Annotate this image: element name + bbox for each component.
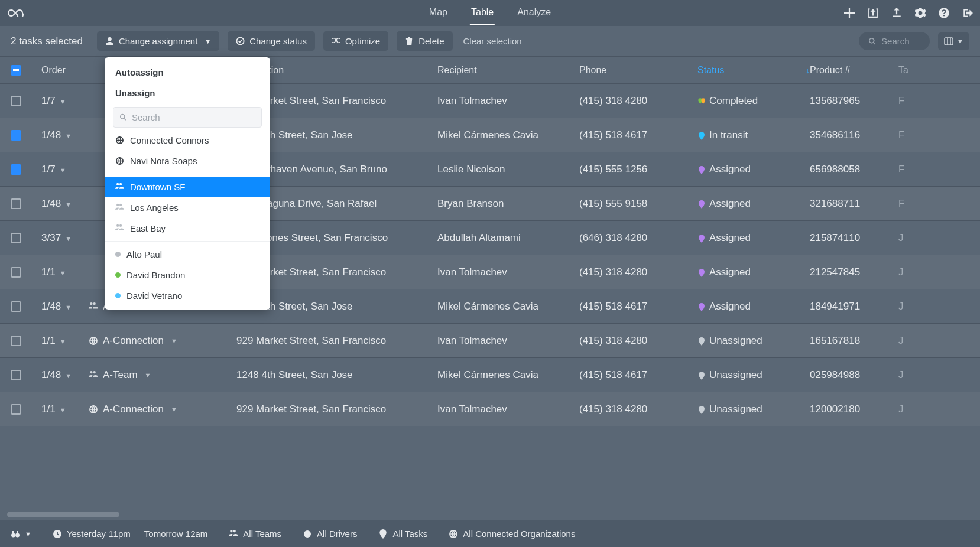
cell-order[interactable]: 1/1 ▼ [41,335,89,347]
dropdown-team-label: East Bay [130,223,166,233]
tab-map[interactable]: Map [428,1,449,25]
cell-assignment[interactable]: A-Team ▼ [89,369,236,381]
cell-order[interactable]: 3/37 ▼ [41,232,89,244]
columns-button[interactable]: ▼ [938,32,969,50]
settings-icon[interactable] [915,8,926,18]
dropdown-driver-item[interactable]: David Vetrano [105,285,270,306]
row-checkbox[interactable] [11,370,21,380]
cell-order[interactable]: 1/1 ▼ [41,403,89,415]
table-row[interactable]: 1/1 ▼A-Connection ▼929 Market Street, Sa… [0,324,980,358]
dropdown-team-item[interactable]: Los Angeles [105,197,270,218]
col-truncated[interactable]: Ta [898,65,922,76]
status-pin-icon [697,97,706,105]
row-checkbox[interactable] [11,404,21,415]
optimize-button[interactable]: Optimize [323,31,388,51]
dropdown-team-item[interactable]: East Bay [105,218,270,239]
cell-order[interactable]: 1/48 ▼ [41,301,89,312]
col-order[interactable]: Order [41,65,89,76]
cell-status: Unassigned [697,369,810,381]
row-checkbox[interactable] [11,336,21,346]
cell-phone: (415) 518 4617 [579,369,697,381]
dropdown-driver-item[interactable]: Alto Paul [105,244,270,265]
cell-product: 120002180 [810,403,898,415]
change-assignment-button[interactable]: Change assignment ▼ [97,31,219,51]
drivers-filter[interactable]: All Drivers [303,529,357,539]
search-icon [868,37,877,45]
dropdown-team-label: Los Angeles [130,203,179,213]
tab-table[interactable]: Table [470,1,495,25]
dropdown-team-item[interactable]: Downtown SF [105,177,270,197]
team-icon [115,224,124,233]
caret-down-icon: ▼ [205,38,211,45]
app-topbar: Map Table Analyze [0,0,980,26]
row-checkbox[interactable] [11,301,21,312]
search-input[interactable]: Search [859,32,930,50]
view-toggle[interactable]: ▼ [11,529,31,539]
cell-product: 025984988 [810,369,898,381]
clear-selection-link[interactable]: Clear selection [463,36,522,46]
dropdown-search[interactable]: Search [113,107,262,128]
dropdown-unassign[interactable]: Unassign [105,83,270,103]
col-status-label: Status [697,65,724,76]
orgs-filter[interactable]: All Connected Organizations [449,529,575,539]
cell-order[interactable]: 1/48 ▼ [41,129,89,141]
cell-order[interactable]: 1/7 ▼ [41,95,89,107]
cell-product: 184941971 [810,301,898,312]
dropdown-org-item[interactable]: Navi Nora Soaps [105,151,270,171]
cell-product: 215874110 [810,232,898,244]
row-checkbox[interactable] [11,267,21,278]
caret-down-icon: ▼ [58,98,66,105]
table-row[interactable]: 1/48 ▼A-Team ▼1248 4th Street, San JoseM… [0,358,980,392]
cell-truncated: F [898,95,922,107]
tasks-filter[interactable]: All Tasks [378,529,427,539]
driver-status-dot [115,293,121,298]
export-icon[interactable] [891,8,902,18]
row-checkbox[interactable] [11,233,21,243]
cell-order[interactable]: 1/7 ▼ [41,164,89,175]
row-checkbox[interactable] [11,130,21,141]
caret-down-icon: ▼ [63,304,72,311]
cell-status: Completed [697,95,810,107]
help-icon[interactable] [939,8,949,18]
col-recipient[interactable]: Recipient [437,65,579,76]
cell-order[interactable]: 1/48 ▼ [41,369,89,381]
selection-count: 2 tasks selected [11,35,83,47]
delete-button[interactable]: Delete [397,31,452,51]
cell-truncated: J [898,301,922,312]
cell-destination: 929 Market Street, San Francisco [236,335,437,347]
cell-destination: 1248 4th Street, San Jose [236,369,437,381]
dropdown-autoassign[interactable]: Autoassign [105,62,270,83]
org-icon [89,405,98,414]
cell-assignment[interactable]: A-Connection ▼ [89,403,236,415]
row-checkbox[interactable] [11,198,21,209]
logout-icon[interactable] [962,8,973,18]
col-product[interactable]: Product # [810,65,898,76]
select-all-checkbox[interactable] [11,65,21,76]
status-pin-icon [697,234,706,242]
import-icon[interactable] [868,8,878,18]
optimize-label: Optimize [345,36,380,46]
change-status-button[interactable]: Change status [228,31,315,51]
time-range-filter[interactable]: Yesterday 11pm — Tomorrow 12am [53,529,207,539]
caret-down-icon: ▼ [58,338,66,345]
dropdown-driver-item[interactable]: David Brandon [105,265,270,285]
status-pin-icon [697,405,706,413]
table-row[interactable]: 1/1 ▼A-Connection ▼929 Market Street, Sa… [0,392,980,426]
cell-order[interactable]: 1/48 ▼ [41,198,89,210]
status-icon [236,37,245,45]
caret-down-icon: ▼ [171,337,177,344]
columns-icon [944,37,953,46]
row-checkbox[interactable] [11,164,21,175]
add-icon[interactable] [844,8,855,18]
cell-assignment[interactable]: A-Connection ▼ [89,335,236,347]
cell-order[interactable]: 1/1 ▼ [41,266,89,278]
dropdown-org-item[interactable]: Connected Connors [105,130,270,151]
row-checkbox[interactable] [11,96,21,106]
tab-analyze[interactable]: Analyze [516,1,552,25]
horizontal-scrollbar[interactable] [7,512,119,517]
teams-filter[interactable]: All Teams [229,529,281,539]
col-status[interactable]: Status ↓ [697,65,810,76]
top-nav: Map Table Analyze [428,1,552,25]
col-phone[interactable]: Phone [579,65,697,76]
caret-down-icon: ▼ [63,132,72,139]
